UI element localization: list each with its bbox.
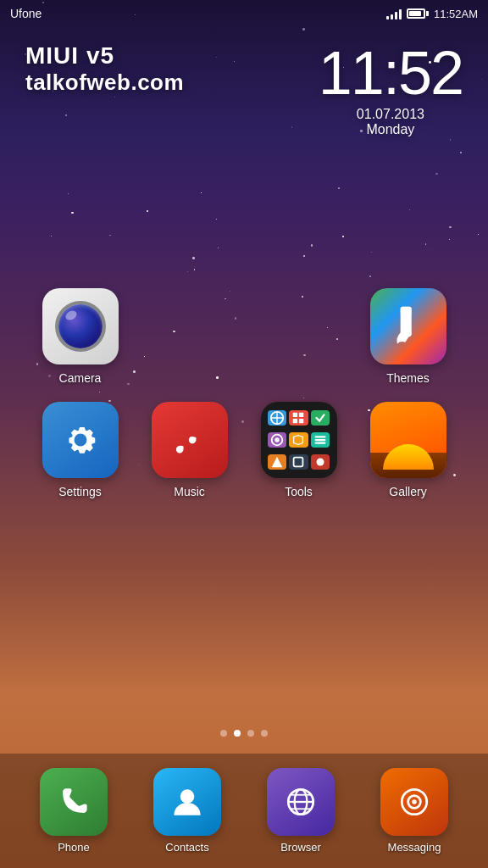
tool-icon-9 xyxy=(313,454,328,470)
contacts-icon xyxy=(153,768,221,836)
signal-bar-3 xyxy=(395,12,397,19)
branding: MIUI v5 talkofweb.com xyxy=(25,42,184,96)
settings-label: Settings xyxy=(58,485,102,498)
svg-rect-7 xyxy=(293,419,297,423)
tool-cell-4 xyxy=(268,432,287,448)
messaging-label: Messaging xyxy=(388,841,441,854)
gallery-label: Gallery xyxy=(389,485,426,498)
browser-svg xyxy=(281,782,320,821)
brand-line2: talkofweb.com xyxy=(25,70,184,96)
tool-cell-5 xyxy=(289,432,308,448)
gear-svg xyxy=(57,416,104,464)
svg-rect-8 xyxy=(299,419,303,423)
camera-lens xyxy=(58,304,103,348)
app-item-gallery[interactable]: Gallery xyxy=(353,402,463,498)
tool-cell-1 xyxy=(268,410,287,426)
status-right: 11:52AM xyxy=(386,8,478,20)
tool-icon-7 xyxy=(269,454,285,470)
tool-cell-7 xyxy=(268,454,287,470)
tool-icon-6 xyxy=(313,432,328,448)
gallery-icon xyxy=(370,402,446,478)
camera-label: Camera xyxy=(59,371,102,385)
signal-bars-icon xyxy=(386,8,402,19)
messaging-svg xyxy=(395,782,434,821)
tool-cell-9 xyxy=(311,454,330,470)
tool-icon-4 xyxy=(269,432,285,448)
camera-icon xyxy=(42,288,119,364)
svg-point-24 xyxy=(412,799,417,804)
contacts-label: Contacts xyxy=(165,841,208,854)
dock-item-browser[interactable]: Browser xyxy=(267,768,335,854)
empty-slot-1 xyxy=(135,288,244,385)
clock-day: Monday xyxy=(319,122,463,137)
music-note-svg xyxy=(166,416,214,464)
page-dot-3[interactable] xyxy=(247,730,254,737)
app-grid: Camera Themes Settings Music xyxy=(0,288,488,498)
tools-icon xyxy=(261,402,337,478)
page-dots xyxy=(0,730,488,737)
svg-rect-5 xyxy=(293,413,297,417)
gallery-sun xyxy=(383,444,434,470)
phone-svg xyxy=(54,782,93,821)
tool-icon-5 xyxy=(291,432,306,448)
themes-icon xyxy=(370,288,446,364)
clock-time: 11:52 xyxy=(319,42,463,103)
browser-icon xyxy=(267,768,335,836)
status-bar: Ufone 11:52AM xyxy=(0,0,488,27)
clock-area: 11:52 01.07.2013 Monday xyxy=(319,42,463,137)
dock-item-messaging[interactable]: Messaging xyxy=(380,768,448,854)
dock-item-phone[interactable]: Phone xyxy=(40,768,108,854)
tool-cell-2 xyxy=(289,410,308,426)
page-dot-2[interactable] xyxy=(234,730,241,737)
tool-icon-1 xyxy=(269,410,285,426)
header-info: MIUI v5 talkofweb.com 11:52 01.07.2013 M… xyxy=(0,42,488,137)
music-icon xyxy=(152,402,228,478)
tools-label: Tools xyxy=(285,485,313,498)
svg-point-15 xyxy=(317,458,324,465)
svg-point-16 xyxy=(180,789,195,804)
battery-fill xyxy=(409,11,421,16)
themes-label: Themes xyxy=(386,371,430,385)
phone-label: Phone xyxy=(58,841,90,854)
battery-tip xyxy=(426,11,429,16)
battery-body xyxy=(407,8,425,19)
signal-bar-4 xyxy=(399,9,402,19)
messaging-icon xyxy=(380,768,448,836)
phone-icon xyxy=(40,768,108,836)
svg-rect-1 xyxy=(400,307,411,316)
themes-brush-svg xyxy=(385,303,432,350)
tool-cell-3 xyxy=(311,410,330,426)
svg-point-10 xyxy=(274,437,279,442)
tool-icon-8 xyxy=(291,454,306,470)
app-item-tools[interactable]: Tools xyxy=(244,402,353,498)
app-item-settings[interactable]: Settings xyxy=(25,402,135,498)
svg-rect-14 xyxy=(294,457,303,466)
tool-icon-3 xyxy=(313,410,328,426)
clock-status: 11:52AM xyxy=(434,8,478,20)
app-item-camera[interactable]: Camera xyxy=(25,288,135,385)
signal-bar-2 xyxy=(391,14,393,19)
page-dot-4[interactable] xyxy=(261,730,268,737)
battery-icon xyxy=(407,8,429,19)
app-item-music[interactable]: Music xyxy=(135,402,244,498)
app-item-themes[interactable]: Themes xyxy=(353,288,463,385)
signal-bar-1 xyxy=(386,16,389,19)
svg-rect-6 xyxy=(299,413,303,417)
tool-cell-6 xyxy=(311,432,330,448)
music-label: Music xyxy=(174,485,205,498)
tool-icon-2 xyxy=(291,410,306,426)
brand-line1: MIUI v5 xyxy=(25,42,184,70)
empty-slot-2 xyxy=(244,288,353,385)
dock: Phone Contacts Browser xyxy=(0,754,488,868)
tool-cell-8 xyxy=(289,454,308,470)
settings-icon xyxy=(42,402,119,478)
page-dot-1[interactable] xyxy=(220,730,227,737)
contacts-svg xyxy=(168,782,207,821)
clock-date: 01.07.2013 xyxy=(319,107,463,122)
dock-item-contacts[interactable]: Contacts xyxy=(153,768,221,854)
carrier-text: Ufone xyxy=(10,7,42,20)
browser-label: Browser xyxy=(280,841,321,854)
